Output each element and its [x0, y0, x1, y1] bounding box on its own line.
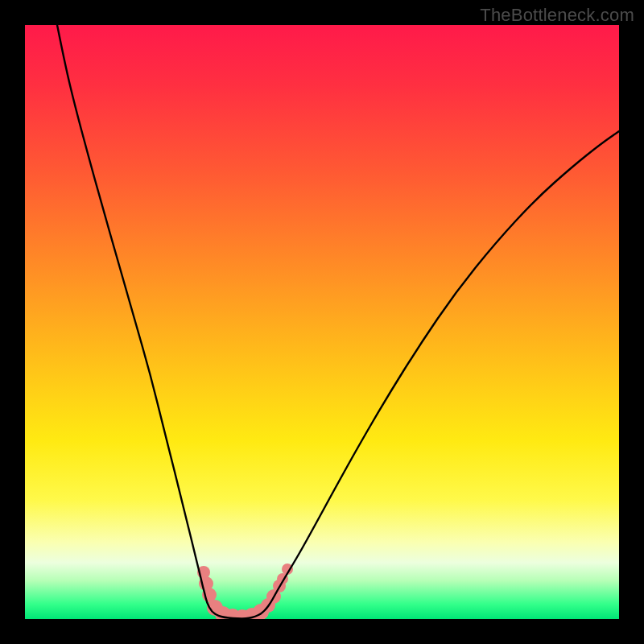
curve-layer — [25, 25, 619, 619]
plot-area — [25, 25, 619, 619]
chart-frame: TheBottleneck.com — [0, 0, 644, 644]
bottleneck-curve — [57, 25, 619, 618]
attribution-text: TheBottleneck.com — [480, 5, 634, 26]
